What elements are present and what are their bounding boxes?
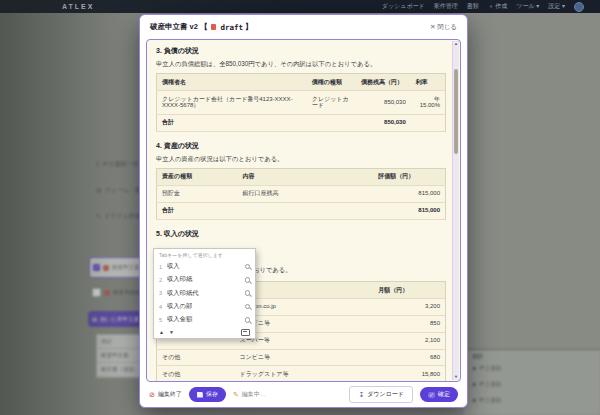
cell-amount: 15,800 bbox=[373, 366, 445, 381]
section-heading-debt: 3. 負債の状況 bbox=[156, 46, 446, 56]
checkbox-unchecked-icon[interactable] bbox=[92, 288, 101, 297]
asset-intro-text: 申立人の資産の状況は以下のとおりである。 bbox=[156, 155, 446, 163]
document-editor-area[interactable]: 3. 負債の状況 申立人の負債総額は、全850,030円であり、その内訳は以下の… bbox=[146, 39, 461, 382]
draft-label: draft bbox=[220, 23, 243, 32]
ime-hint-text: Tabキーを押して選択します bbox=[154, 251, 255, 260]
modal-header: 破産申立書 v2 【 draft 】 ✕ 閉じる bbox=[140, 15, 467, 39]
ime-candidate-window: Tabキーを押して選択します 1収入 2収入印紙 3収入印紙代 4収入の部 5収… bbox=[153, 248, 256, 339]
cell-amount: 850 bbox=[373, 315, 445, 332]
download-label: ダウンロード bbox=[367, 390, 404, 399]
scroll-down-arrow-icon[interactable]: ▼ bbox=[453, 374, 459, 380]
ban-icon: ⊘ bbox=[149, 391, 155, 398]
ime-candidate-2[interactable]: 2収入印紙 bbox=[154, 273, 255, 286]
total-label: 合計 bbox=[157, 114, 356, 131]
cell-amount: 680 bbox=[373, 349, 445, 366]
cell-value: 815,000 bbox=[373, 185, 445, 202]
col-header-detail: 内容 bbox=[237, 168, 373, 185]
search-icon[interactable] bbox=[245, 264, 251, 270]
col-header-monthly: 月額（円） bbox=[373, 282, 445, 299]
ime-candidate-1[interactable]: 1収入 bbox=[154, 260, 255, 273]
menu-item-documents[interactable]: 書類 bbox=[467, 2, 479, 11]
asset-table: 資産の種類 内容 評価額（円） 預貯金 銀行口座残高 815,000 合計 81… bbox=[156, 168, 446, 220]
search-icon[interactable] bbox=[245, 317, 251, 323]
confirm-button[interactable]: ✓ 確定 bbox=[420, 387, 458, 402]
document-row[interactable]: 破産手続開始 bbox=[92, 288, 146, 297]
bullet-icon: ◆ bbox=[472, 381, 476, 387]
end-edit-label: 編集終了 bbox=[158, 390, 182, 399]
col-header-value: 評価額（円） bbox=[373, 168, 445, 185]
section-heading-income: 5. 収入の状況 bbox=[156, 229, 446, 239]
panel-row: ◆申立書類 bbox=[472, 397, 592, 404]
user-avatar[interactable] bbox=[574, 2, 584, 12]
cell-asset-type: 預貯金 bbox=[157, 185, 238, 202]
page-up-icon[interactable]: ▲ bbox=[159, 329, 164, 335]
menu-item-dashboard[interactable]: ダッシュボード bbox=[382, 2, 425, 11]
cell-creditor: クレジットカード会社（カード番号4123-XXXX-XXXX-5678） bbox=[157, 91, 307, 115]
draft-icon: ✎ bbox=[96, 213, 101, 219]
scroll-up-arrow-icon[interactable]: ▲ bbox=[453, 41, 459, 47]
table-row: 預貯金 銀行口座残高 815,000 bbox=[157, 185, 446, 202]
cell-detail: 銀行口座残高 bbox=[237, 185, 373, 202]
page-down-icon[interactable]: ▼ bbox=[169, 329, 174, 335]
col-header-asset-type: 資産の種類 bbox=[157, 168, 238, 185]
pdf-file-icon bbox=[104, 290, 110, 296]
debt-intro-text: 申立人の負債総額は、全850,030円であり、その内訳は以下のとおりである。 bbox=[156, 60, 446, 68]
table-row: その他コンビニ等680 bbox=[157, 349, 446, 366]
editing-status: ✎ 編集中… bbox=[233, 390, 266, 399]
debt-table: 債権者名 債権の種類 債務残高（円） 利率 クレジットカード会社（カード番号41… bbox=[156, 73, 446, 132]
col-header-rate: 利率 bbox=[411, 74, 446, 91]
page-icon: ▤ bbox=[92, 316, 97, 322]
section-heading-asset: 4. 資産の状況 bbox=[156, 141, 446, 151]
col-header-debt-type: 債権の種類 bbox=[307, 74, 356, 91]
menu-item-tools[interactable]: ツール ▾ bbox=[516, 2, 539, 11]
table-row: その他ドラッグストア等15,800 bbox=[157, 366, 446, 381]
pdf-file-icon bbox=[103, 265, 109, 271]
app-logo: ATLEX bbox=[62, 3, 94, 10]
total-row: 合計 815,000 bbox=[157, 202, 446, 219]
search-icon[interactable] bbox=[245, 290, 251, 296]
confirm-label: 確定 bbox=[438, 390, 450, 399]
cell-detail: ドラッグストア等 bbox=[235, 366, 374, 381]
bracket: 】 bbox=[245, 22, 253, 32]
modal-footer: ⊘ 編集終了 保存 ✎ 編集中… ↧ ダウンロード ✓ 確定 bbox=[140, 382, 467, 407]
bullet-icon: ◆ bbox=[472, 397, 476, 403]
table-row: クレジットカード会社（カード番号4123-XXXX-XXXX-5678） クレジ… bbox=[157, 91, 446, 115]
empty-cell bbox=[411, 114, 446, 131]
download-button[interactable]: ↧ ダウンロード bbox=[349, 386, 413, 403]
ime-candidate-4[interactable]: 4収入の部 bbox=[154, 300, 255, 313]
document-title-text: 破産申立書 v2 bbox=[150, 22, 198, 32]
search-icon[interactable] bbox=[245, 277, 251, 283]
cell-amount: 3,200 bbox=[373, 298, 445, 315]
list-icon: ≡ bbox=[96, 161, 100, 167]
search-icon[interactable] bbox=[245, 304, 251, 310]
bullet-icon: ◆ bbox=[472, 365, 476, 371]
ime-footer: ▲ ▼ bbox=[154, 327, 255, 337]
ime-pad-icon[interactable] bbox=[241, 329, 250, 337]
col-header-creditor: 債権者名 bbox=[157, 74, 307, 91]
cell-category: その他 bbox=[157, 366, 235, 381]
pencil-icon: ✎ bbox=[233, 391, 239, 398]
ime-candidate-5[interactable]: 5収入金額 bbox=[154, 313, 255, 326]
menu-item-settings[interactable]: 設定 ▾ bbox=[548, 2, 565, 11]
total-value: 815,000 bbox=[373, 202, 445, 219]
close-button[interactable]: ✕ 閉じる bbox=[430, 23, 457, 32]
panel-row: ◆申立書類 bbox=[472, 365, 592, 372]
background-right-panel: 合計 ◆申立書類 ◆申立書類 ◆申立書類 bbox=[464, 349, 600, 415]
checkbox-checked-icon[interactable]: ✓ bbox=[93, 264, 100, 271]
menu-item-cases[interactable]: 案件管理 bbox=[434, 2, 458, 11]
menu-item-create[interactable]: ＋ 作成 bbox=[488, 2, 508, 11]
total-row: 合計 850,030 bbox=[157, 114, 446, 131]
modal-title: 破産申立書 v2 【 draft 】 bbox=[150, 22, 253, 32]
end-edit-button[interactable]: ⊘ 編集終了 bbox=[149, 390, 182, 399]
app-top-bar: ATLEX ダッシュボード 案件管理 書類 ＋ 作成 ツール ▾ 設定 ▾ bbox=[0, 0, 600, 13]
total-value: 850,030 bbox=[356, 114, 411, 131]
cell-amount: 2,100 bbox=[373, 332, 445, 349]
draft-editor-modal: 破産申立書 v2 【 draft 】 ✕ 閉じる 3. 負債の状況 申立人の負債… bbox=[139, 14, 468, 408]
save-button[interactable]: 保存 bbox=[189, 387, 226, 402]
save-disk-icon bbox=[197, 392, 203, 398]
ime-candidate-3[interactable]: 3収入印紙代 bbox=[154, 287, 255, 300]
check-icon: ✓ bbox=[428, 392, 435, 398]
total-label: 合計 bbox=[157, 202, 374, 219]
scrollbar-thumb[interactable] bbox=[454, 69, 458, 154]
editor-scrollbar[interactable]: ▲ ▼ bbox=[452, 41, 459, 380]
